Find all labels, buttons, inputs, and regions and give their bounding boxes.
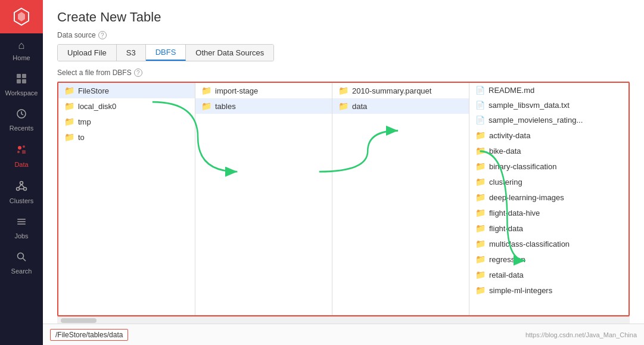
- svg-point-20: [18, 253, 24, 259]
- data-icon: [15, 144, 27, 158]
- list-item[interactable]: 📁 flight-data: [469, 220, 629, 236]
- folder-icon: 📁: [475, 146, 486, 156]
- list-item[interactable]: 📄 sample_libsvm_data.txt: [469, 98, 629, 113]
- folder-icon: 📁: [64, 101, 74, 111]
- folder-icon: 📁: [475, 130, 486, 140]
- list-item[interactable]: 📁 simple-ml-integers: [469, 282, 629, 298]
- list-item[interactable]: 📁 local_disk0: [58, 98, 195, 114]
- svg-point-9: [17, 151, 20, 153]
- sidebar-item-recents[interactable]: Recents: [0, 102, 43, 138]
- folder-icon: 📁: [475, 177, 486, 187]
- list-item[interactable]: 📁 tables: [195, 98, 332, 114]
- list-item[interactable]: 📁 data: [332, 98, 469, 114]
- file-column-2: 📁 import-stage 📁 tables: [195, 83, 332, 315]
- clusters-icon: [15, 180, 27, 195]
- list-item[interactable]: 📁 tmp: [58, 114, 195, 129]
- folder-icon: 📁: [475, 254, 486, 264]
- sidebar-item-recents-label: Recents: [10, 125, 33, 132]
- svg-rect-18: [17, 221, 26, 222]
- tab-upload[interactable]: Upload File: [58, 45, 117, 61]
- folder-icon: 📁: [475, 161, 486, 171]
- horizontal-scrollbar[interactable]: [57, 316, 630, 324]
- svg-marker-1: [18, 12, 25, 21]
- folder-icon: 📁: [201, 86, 211, 95]
- svg-point-7: [18, 146, 21, 150]
- folder-icon: 📁: [475, 223, 486, 233]
- logo-icon: [12, 7, 31, 26]
- sidebar-logo: [0, 0, 43, 33]
- list-item[interactable]: 📄 sample_movielens_rating...: [469, 113, 629, 128]
- path-display: /FileStore/tables/data: [50, 329, 128, 341]
- folder-icon: 📁: [64, 86, 74, 95]
- page-header: Create New Table Data source ? Upload Fi…: [43, 0, 644, 61]
- file-icon: 📄: [475, 86, 485, 95]
- list-item[interactable]: 📁 2010-summary.parquet: [332, 83, 469, 98]
- svg-line-15: [21, 185, 24, 188]
- file-icon: 📄: [475, 116, 485, 125]
- folder-icon: 📁: [475, 208, 486, 217]
- select-help-icon[interactable]: ?: [134, 69, 142, 77]
- folder-icon: 📁: [64, 132, 74, 142]
- svg-rect-2: [17, 74, 21, 78]
- list-item[interactable]: 📁 to: [58, 129, 195, 145]
- tab-other[interactable]: Other Data Sources: [186, 45, 273, 61]
- list-item[interactable]: 📁 bike-data: [469, 143, 629, 158]
- tab-dbfs[interactable]: DBFS: [146, 45, 186, 61]
- list-item[interactable]: 📁 regression: [469, 251, 629, 267]
- datasource-help-icon[interactable]: ?: [98, 31, 107, 39]
- select-label: Select a file from DBFS ?: [57, 69, 630, 77]
- folder-icon: 📁: [475, 239, 486, 248]
- sidebar-item-clusters-label: Clusters: [10, 197, 33, 204]
- sidebar-item-clusters[interactable]: Clusters: [0, 174, 43, 210]
- list-item[interactable]: 📄 README.md: [469, 83, 629, 98]
- file-icon: 📄: [475, 101, 485, 110]
- datasource-label: Data source ?: [57, 31, 630, 39]
- page-title: Create New Table: [57, 10, 630, 25]
- sidebar-item-search[interactable]: Search: [0, 245, 43, 281]
- browser-wrapper: 📁 FileStore 📁 local_disk0 📁 tmp 📁 to: [57, 82, 630, 324]
- svg-line-21: [23, 259, 26, 262]
- folder-icon: 📁: [475, 270, 486, 279]
- list-item[interactable]: 📁 multiclass-classification: [469, 236, 629, 251]
- sidebar-item-search-label: Search: [11, 268, 32, 275]
- sidebar-item-jobs-label: Jobs: [14, 232, 28, 240]
- list-item[interactable]: 📁 activity-data: [469, 128, 629, 143]
- sidebar-item-workspace-label: Workspace: [5, 89, 38, 97]
- list-item[interactable]: 📁 FileStore: [58, 83, 195, 98]
- sidebar: ⌂ Home Workspace Recents: [0, 0, 43, 345]
- file-column-3: 📁 2010-summary.parquet 📁 data: [332, 83, 469, 315]
- workspace-icon: [16, 73, 27, 87]
- sidebar-item-data[interactable]: Data: [0, 138, 43, 174]
- file-column-1: 📁 FileStore 📁 local_disk0 📁 tmp 📁 to: [58, 83, 195, 315]
- svg-rect-4: [17, 79, 21, 83]
- sidebar-item-jobs[interactable]: Jobs: [0, 210, 43, 245]
- svg-line-14: [18, 185, 21, 188]
- list-item[interactable]: 📁 import-stage: [195, 83, 332, 98]
- home-icon: ⌂: [18, 39, 25, 52]
- tab-s3[interactable]: S3: [117, 45, 146, 61]
- list-item[interactable]: 📁 binary-classification: [469, 158, 629, 174]
- list-item[interactable]: 📁 deep-learning-images: [469, 189, 629, 205]
- list-item[interactable]: 📁 clustering: [469, 174, 629, 189]
- bottom-bar: /FileStore/tables/data https://blog.csdn…: [43, 324, 644, 345]
- folder-icon: 📁: [64, 117, 74, 126]
- svg-rect-5: [22, 79, 26, 83]
- file-browser: 📁 FileStore 📁 local_disk0 📁 tmp 📁 to: [57, 82, 630, 316]
- svg-point-11: [20, 182, 23, 185]
- content-area: Select a file from DBFS ? 📁 FileStore 📁 …: [43, 61, 644, 324]
- scrollbar-thumb[interactable]: [61, 318, 97, 323]
- list-item[interactable]: 📁 flight-data-hive: [469, 205, 629, 220]
- svg-rect-3: [22, 74, 26, 78]
- svg-point-8: [23, 145, 25, 148]
- folder-icon: 📁: [338, 101, 349, 111]
- sidebar-item-workspace[interactable]: Workspace: [0, 67, 43, 102]
- url-hint: https://blog.csdn.net/Java_Man_China: [525, 331, 637, 338]
- search-icon: [16, 251, 27, 265]
- main-content: Create New Table Data source ? Upload Fi…: [43, 0, 644, 345]
- sidebar-item-home[interactable]: ⌂ Home: [0, 33, 43, 67]
- sidebar-item-home-label: Home: [13, 54, 30, 61]
- file-column-4: 📄 README.md 📄 sample_libsvm_data.txt 📄 s…: [469, 83, 629, 315]
- folder-icon: 📁: [338, 86, 349, 95]
- tab-bar: Upload File S3 DBFS Other Data Sources: [57, 44, 274, 61]
- list-item[interactable]: 📁 retail-data: [469, 267, 629, 282]
